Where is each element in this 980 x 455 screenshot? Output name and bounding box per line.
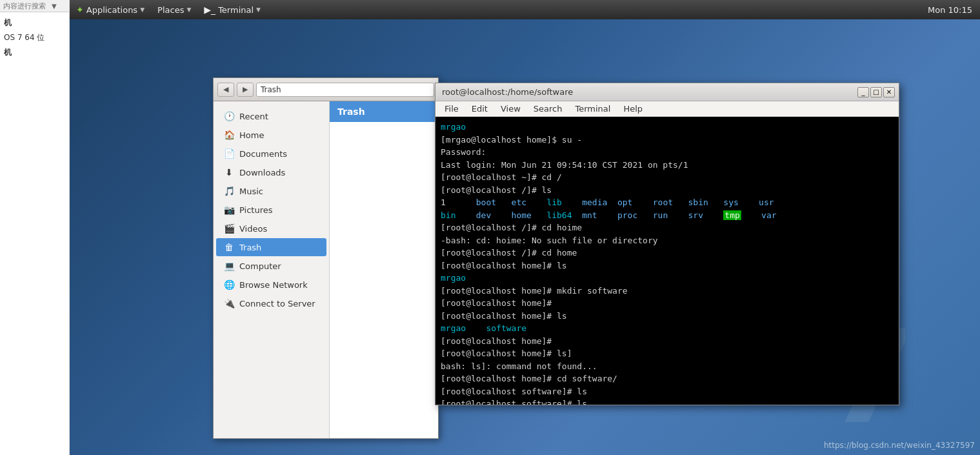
terminal-line-18: [root@localhost home]#	[441, 335, 894, 348]
terminal-line-21: [root@localhost home]# cd software/	[441, 372, 894, 385]
sidebar-item-recent-label: Recent	[239, 112, 268, 121]
menu-help[interactable]: Help	[617, 103, 649, 115]
sidebar-item-connect-to-server-label: Connect to Server	[239, 299, 315, 308]
left-item-3: 机	[4, 47, 65, 58]
trash-icon: 🗑	[224, 242, 234, 252]
terminal-line-1: mrgao	[441, 121, 894, 134]
downloads-icon: ⬇	[224, 167, 234, 177]
back-button[interactable]: ◀	[217, 83, 234, 97]
sidebar-item-downloads[interactable]: ⬇ Downloads	[216, 163, 326, 181]
terminal-titlebar: root@localhost:/home/software _ □ ✕	[435, 83, 899, 101]
terminal-line-13: mrgao	[441, 272, 894, 285]
sidebar-item-home-label: Home	[239, 130, 264, 140]
file-manager-header: ◀ ▶ Trash	[214, 78, 438, 101]
browse-network-icon: 🌐	[224, 279, 234, 290]
left-content: 机 OS 7 64 位 机	[0, 12, 69, 66]
sidebar-item-pictures[interactable]: 📷 Pictures	[216, 201, 326, 219]
terminal-line-6: [root@localhost /]# ls	[441, 184, 894, 197]
applications-icon: ✦	[76, 5, 84, 15]
terminal-line-3: Password:	[441, 146, 894, 159]
content-area-header: Trash	[330, 101, 438, 122]
terminal-line-7: 1 boot etc lib media opt root sbin sys u…	[441, 196, 894, 209]
minimize-button[interactable]: _	[857, 87, 869, 97]
terminal-line-5: [root@localhost ~]# cd /	[441, 171, 894, 184]
terminal-body[interactable]: mrgao [mrgao@localhost home]$ su - Passw…	[435, 117, 899, 405]
terminal-line-23: [root@localhost software]# ls	[441, 398, 894, 405]
home-icon: 🏠	[224, 130, 234, 140]
file-manager-body: 🕐 Recent 🏠 Home 📄 Documents ⬇ Downloads …	[214, 101, 438, 438]
sidebar-item-computer-label: Computer	[239, 261, 281, 271]
close-button[interactable]: ✕	[883, 87, 895, 97]
sidebar-item-documents[interactable]: 📄 Documents	[216, 145, 326, 163]
sidebar-item-music-label: Music	[239, 187, 263, 196]
terminal-icon: ▶_	[204, 5, 215, 15]
sidebar-item-recent[interactable]: 🕐 Recent	[216, 107, 326, 125]
sidebar-item-music[interactable]: 🎵 Music	[216, 182, 326, 200]
applications-menu-button[interactable]: ✦ Applications ▼	[70, 0, 151, 19]
menu-search[interactable]: Search	[527, 103, 569, 115]
taskbar-left: ✦ Applications ▼ Places ▼ ▶_ Terminal ▼	[70, 0, 928, 19]
terminal-line-20: bash: ls]: command not found...	[441, 360, 894, 373]
places-menu-button[interactable]: Places ▼	[151, 0, 197, 19]
connect-to-server-icon: 🔌	[224, 298, 234, 308]
sidebar: 🕐 Recent 🏠 Home 📄 Documents ⬇ Downloads …	[214, 101, 330, 438]
terminal-line-10: -bash: cd: hoime: No such file or direct…	[441, 234, 894, 247]
left-sidebar-panel: ▼ 机 OS 7 64 位 机	[0, 0, 70, 455]
clock: Mon 10:15	[928, 5, 980, 15]
file-manager-main-content: Trash	[330, 101, 438, 438]
recent-icon: 🕐	[224, 111, 234, 121]
terminal-arrow-icon: ▼	[256, 6, 261, 13]
terminal-line-22: [root@localhost software]# ls	[441, 385, 894, 398]
sidebar-item-videos[interactable]: 🎬 Videos	[216, 219, 326, 238]
sidebar-item-documents-label: Documents	[239, 149, 287, 159]
places-arrow-icon: ▼	[186, 6, 191, 13]
pictures-icon: 📷	[224, 205, 234, 215]
applications-arrow-icon: ▼	[140, 6, 145, 13]
search-input[interactable]	[3, 2, 52, 10]
sidebar-item-home[interactable]: 🏠 Home	[216, 126, 326, 144]
sidebar-item-pictures-label: Pictures	[239, 205, 272, 215]
terminal-line-2: [mrgao@localhost home]$ su -	[441, 134, 894, 147]
menu-terminal[interactable]: Terminal	[568, 103, 617, 115]
terminal-line-15: [root@localhost home]#	[441, 297, 894, 310]
terminal-line-16: [root@localhost home]# ls	[441, 310, 894, 323]
sidebar-item-connect-to-server[interactable]: 🔌 Connect to Server	[216, 294, 326, 312]
forward-button[interactable]: ▶	[237, 83, 254, 97]
location-text: Trash	[261, 85, 281, 94]
sidebar-item-browse-network-label: Browse Network	[239, 280, 308, 290]
maximize-button[interactable]: □	[870, 87, 882, 97]
videos-icon: 🎬	[224, 223, 234, 234]
sidebar-item-videos-label: Videos	[239, 224, 267, 234]
terminal-menu-button[interactable]: ▶_ Terminal ▼	[197, 0, 267, 19]
terminal-line-19: [root@localhost home]# ls]	[441, 347, 894, 360]
music-icon: 🎵	[224, 186, 234, 196]
menu-view[interactable]: View	[494, 103, 527, 115]
sidebar-item-browse-network[interactable]: 🌐 Browse Network	[216, 276, 326, 294]
terminal-line-12: [root@localhost home]# ls	[441, 259, 894, 272]
left-item-1: 机	[4, 17, 65, 28]
sidebar-item-trash-label: Trash	[239, 243, 261, 252]
terminal-line-8: bin dev home lib64 mnt proc run srv tmp …	[441, 209, 894, 222]
location-bar[interactable]: Trash	[256, 83, 434, 97]
sidebar-item-computer[interactable]: 💻 Computer	[216, 257, 326, 275]
terminal-label: Terminal	[218, 5, 254, 15]
csdn-url-watermark: https://blog.csdn.net/weixin_43327597	[824, 441, 975, 450]
terminal-menubar: File Edit View Search Terminal Help	[435, 101, 899, 117]
computer-icon: 💻	[224, 261, 234, 271]
places-label: Places	[157, 5, 184, 15]
search-bar[interactable]: ▼	[0, 0, 69, 12]
terminal-title: root@localhost:/home/software	[439, 87, 856, 97]
menu-edit[interactable]: Edit	[465, 103, 494, 115]
taskbar: ✦ Applications ▼ Places ▼ ▶_ Terminal ▼ …	[70, 0, 980, 19]
sidebar-item-trash[interactable]: 🗑 Trash	[216, 238, 326, 256]
search-arrow-icon: ▼	[52, 3, 57, 10]
terminal-line-17: mrgao software	[441, 322, 894, 335]
sidebar-item-downloads-label: Downloads	[239, 168, 285, 177]
terminal-line-4: Last login: Mon Jun 21 09:54:10 CST 2021…	[441, 159, 894, 172]
terminal-window: root@localhost:/home/software _ □ ✕ File…	[435, 83, 899, 405]
left-item-2: OS 7 64 位	[4, 32, 65, 43]
menu-file[interactable]: File	[438, 103, 465, 115]
terminal-line-11: [root@localhost /]# cd home	[441, 247, 894, 259]
documents-icon: 📄	[224, 148, 234, 159]
file-manager-window: ◀ ▶ Trash 🕐 Recent 🏠 Home 📄 Documents ⬇ …	[213, 77, 439, 439]
